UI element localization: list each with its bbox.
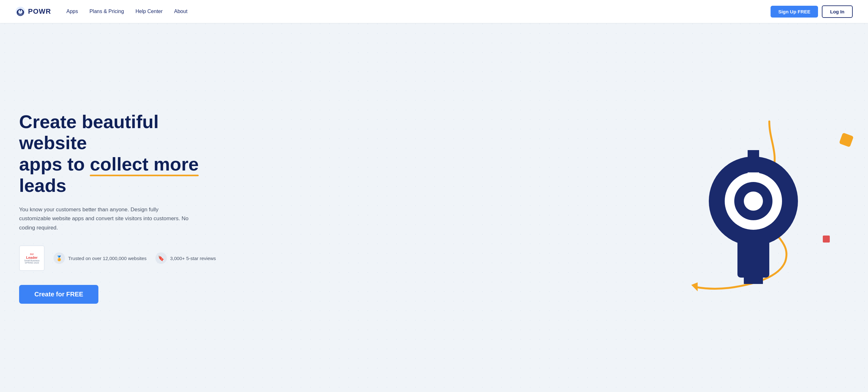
brand-name: POWR: [28, 7, 51, 16]
svg-rect-9: [748, 150, 759, 172]
powr-logo-icon: [15, 6, 26, 17]
reviews-text: 3,000+ 5-star reviews: [170, 256, 216, 261]
navbar: POWR Apps Plans & Pricing Help Center Ab…: [0, 0, 868, 23]
g2-season-label: SPRING 2023: [25, 262, 39, 264]
g2-top-label: G2: [30, 253, 34, 256]
nav-apps[interactable]: Apps: [66, 9, 78, 15]
g2-leader-label: Leader: [26, 256, 38, 259]
hero-section: Create beautiful websiteapps to collect …: [0, 23, 868, 392]
g2-sub-label: Small Business: [24, 259, 39, 262]
medal-icon: 🏅: [54, 252, 65, 264]
nav-about[interactable]: About: [174, 9, 188, 15]
hero-visual: [664, 115, 849, 300]
nav-help[interactable]: Help Center: [135, 9, 162, 15]
svg-rect-11: [744, 271, 763, 284]
deco-red-rect: [823, 235, 830, 243]
g2-badge: G2 Leader Small Business SPRING 2023: [19, 245, 44, 271]
nav-actions: Sign Up FREE Log In: [771, 5, 853, 18]
page-wrapper: POWR Apps Plans & Pricing Help Center Ab…: [0, 0, 868, 392]
hero-highlight: collect more: [90, 153, 199, 174]
cta-button[interactable]: Create for FREE: [19, 285, 98, 304]
hero-title: Create beautiful websiteapps to collect …: [19, 111, 217, 196]
signup-button[interactable]: Sign Up FREE: [771, 6, 818, 18]
trusted-text: Trusted on over 12,000,000 websites: [68, 256, 147, 261]
reviews-badge: 🔖 3,000+ 5-star reviews: [155, 252, 216, 264]
badges-row: G2 Leader Small Business SPRING 2023 🏅 T…: [19, 245, 217, 271]
trusted-badge: 🏅 Trusted on over 12,000,000 websites: [54, 252, 147, 264]
logo[interactable]: POWR: [15, 6, 51, 17]
power-icon-svg: [690, 131, 817, 284]
svg-point-7: [744, 192, 763, 211]
bookmark-icon: 🔖: [155, 252, 167, 264]
deco-orange-rect: [839, 133, 854, 147]
nav-links: Apps Plans & Pricing Help Center About: [66, 9, 771, 15]
hero-subtitle: You know your customers better than anyo…: [19, 205, 191, 233]
nav-plans[interactable]: Plans & Pricing: [90, 9, 124, 15]
login-button[interactable]: Log In: [822, 5, 853, 18]
hero-content: Create beautiful websiteapps to collect …: [19, 111, 217, 304]
